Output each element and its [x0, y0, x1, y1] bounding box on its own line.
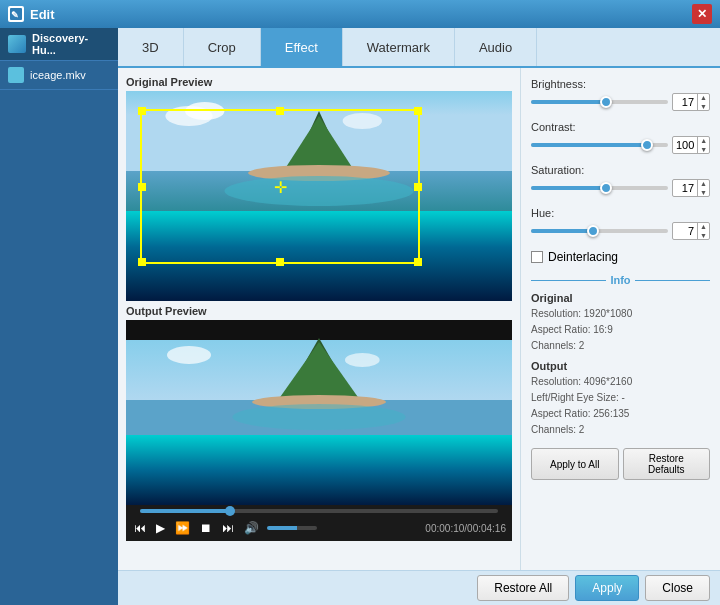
- app-icon: ✎: [8, 6, 24, 22]
- contrast-thumb[interactable]: [641, 139, 653, 151]
- original-preview-label: Original Preview: [126, 76, 512, 88]
- info-original-label: Original: [531, 292, 710, 304]
- crop-handle-tl[interactable]: [138, 107, 146, 115]
- deinterlacing-row: Deinterlacing: [531, 250, 710, 264]
- progress-fill: [140, 509, 230, 513]
- crop-center-handle[interactable]: ✛: [274, 177, 287, 196]
- tab-watermark[interactable]: Watermark: [343, 28, 455, 66]
- player-stop-button[interactable]: ⏹: [198, 519, 214, 537]
- deinterlacing-label: Deinterlacing: [548, 250, 618, 264]
- close-button-footer[interactable]: Close: [645, 575, 710, 601]
- crop-handle-bm[interactable]: [276, 258, 284, 266]
- info-output-label: Output: [531, 360, 710, 372]
- hue-thumb[interactable]: [587, 225, 599, 237]
- info-header: Info: [531, 274, 710, 286]
- contrast-value-box[interactable]: 100 ▲ ▼: [672, 136, 710, 154]
- hue-label: Hue:: [531, 207, 710, 219]
- tab-crop[interactable]: Crop: [184, 28, 261, 66]
- info-output: Output Resolution: 4096*2160 Left/Right …: [531, 360, 710, 438]
- info-original: Original Resolution: 1920*1080 Aspect Ra…: [531, 292, 710, 354]
- crop-handle-rm[interactable]: [414, 183, 422, 191]
- saturation-slider[interactable]: [531, 186, 668, 190]
- info-original-channels: Channels: 2: [531, 338, 710, 354]
- brightness-control: Brightness: 17 ▲ ▼: [531, 78, 710, 111]
- saturation-thumb[interactable]: [600, 182, 612, 194]
- sidebar: Discovery-Hu... iceage.mkv: [0, 28, 118, 605]
- hue-value: 7: [673, 225, 697, 237]
- hue-fill: [531, 229, 593, 233]
- hue-arrows[interactable]: ▲ ▼: [697, 222, 709, 240]
- player-volume-icon[interactable]: 🔊: [242, 519, 261, 537]
- saturation-value: 17: [673, 182, 697, 194]
- hue-up[interactable]: ▲: [698, 222, 709, 231]
- restore-defaults-button[interactable]: Restore Defaults: [623, 448, 711, 480]
- info-output-eyesize: Left/Right Eye Size: -: [531, 390, 710, 406]
- close-button[interactable]: ✕: [692, 4, 712, 24]
- crop-handle-lm[interactable]: [138, 183, 146, 191]
- sidebar-folder-item[interactable]: Discovery-Hu...: [0, 28, 118, 61]
- info-output-resolution: Resolution: 4096*2160: [531, 374, 710, 390]
- saturation-control: Saturation: 17 ▲ ▼: [531, 164, 710, 197]
- sidebar-video-label: iceage.mkv: [30, 69, 86, 81]
- brightness-value-box[interactable]: 17 ▲ ▼: [672, 93, 710, 111]
- svg-rect-17: [126, 435, 512, 505]
- contrast-up[interactable]: ▲: [698, 136, 709, 145]
- window-title: Edit: [30, 7, 55, 22]
- brightness-slider[interactable]: [531, 100, 668, 104]
- tab-audio[interactable]: Audio: [455, 28, 537, 66]
- player-next-button[interactable]: ⏭: [220, 519, 236, 537]
- saturation-up[interactable]: ▲: [698, 179, 709, 188]
- crop-handle-br[interactable]: [414, 258, 422, 266]
- tab-3d[interactable]: 3D: [118, 28, 184, 66]
- info-original-resolution: Resolution: 1920*1080: [531, 306, 710, 322]
- saturation-arrows[interactable]: ▲ ▼: [697, 179, 709, 197]
- restore-all-button[interactable]: Restore All: [477, 575, 569, 601]
- player-play-button[interactable]: ▶: [154, 519, 167, 537]
- footer: Restore All Apply Close: [118, 570, 720, 605]
- player-progress-bar[interactable]: [140, 509, 498, 513]
- contrast-fill: [531, 143, 647, 147]
- brightness-thumb[interactable]: [600, 96, 612, 108]
- svg-point-21: [232, 404, 405, 430]
- player-prev-button[interactable]: ⏮: [132, 519, 148, 537]
- apply-button[interactable]: Apply: [575, 575, 639, 601]
- saturation-fill: [531, 186, 606, 190]
- brightness-label: Brightness:: [531, 78, 710, 90]
- svg-text:✎: ✎: [11, 10, 19, 20]
- info-output-channels: Channels: 2: [531, 422, 710, 438]
- saturation-value-box[interactable]: 17 ▲ ▼: [672, 179, 710, 197]
- crop-handle-tm[interactable]: [276, 107, 284, 115]
- contrast-slider[interactable]: [531, 143, 668, 147]
- sidebar-video-item[interactable]: iceage.mkv: [0, 61, 118, 90]
- hue-control: Hue: 7 ▲ ▼: [531, 207, 710, 240]
- progress-thumb[interactable]: [225, 506, 235, 516]
- original-preview-box: ✛: [126, 91, 512, 301]
- hue-value-box[interactable]: 7 ▲ ▼: [672, 222, 710, 240]
- crop-handle-tr[interactable]: [414, 107, 422, 115]
- tab-bar: 3D Crop Effect Watermark Audio: [118, 28, 720, 68]
- hue-down[interactable]: ▼: [698, 231, 709, 240]
- brightness-up[interactable]: ▲: [698, 93, 709, 102]
- deinterlacing-checkbox[interactable]: [531, 251, 543, 263]
- brightness-arrows[interactable]: ▲ ▼: [697, 93, 709, 111]
- tab-effect[interactable]: Effect: [261, 28, 343, 66]
- output-preview-label: Output Preview: [126, 305, 512, 317]
- player-time-display: 00:00:10/00:04:16: [425, 523, 506, 534]
- crop-overlay[interactable]: ✛: [140, 109, 420, 264]
- apply-to-all-button[interactable]: Apply to All: [531, 448, 619, 480]
- info-section: Info Original Resolution: 1920*1080 Aspe…: [531, 274, 710, 480]
- brightness-value: 17: [673, 96, 697, 108]
- volume-slider[interactable]: [267, 526, 317, 530]
- brightness-down[interactable]: ▼: [698, 102, 709, 111]
- action-buttons: Apply to All Restore Defaults: [531, 448, 710, 480]
- player-fastforward-button[interactable]: ⏩: [173, 519, 192, 537]
- saturation-down[interactable]: ▼: [698, 188, 709, 197]
- saturation-label: Saturation:: [531, 164, 710, 176]
- contrast-arrows[interactable]: ▲ ▼: [697, 136, 709, 154]
- output-preview-box: [126, 320, 512, 505]
- hue-slider[interactable]: [531, 229, 668, 233]
- contrast-down[interactable]: ▼: [698, 145, 709, 154]
- info-title: Info: [610, 274, 630, 286]
- crop-handle-bl[interactable]: [138, 258, 146, 266]
- info-output-aspect: Aspect Ratio: 256:135: [531, 406, 710, 422]
